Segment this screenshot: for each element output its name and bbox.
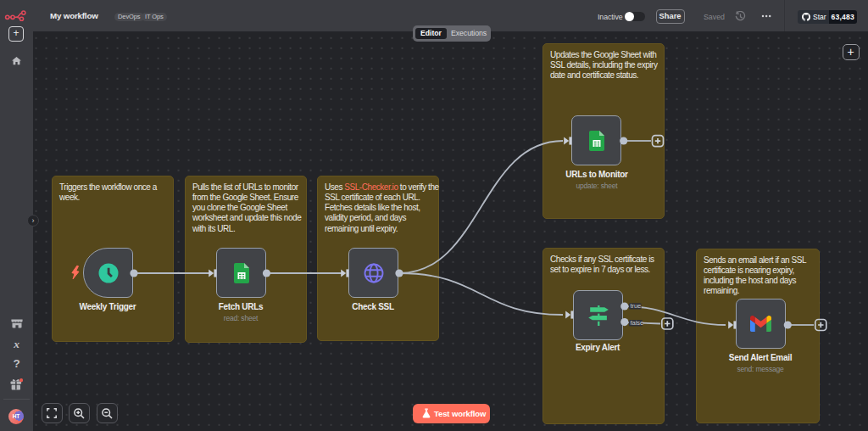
svg-text:true: true [631,302,642,310]
svg-text:false: false [631,319,644,327]
